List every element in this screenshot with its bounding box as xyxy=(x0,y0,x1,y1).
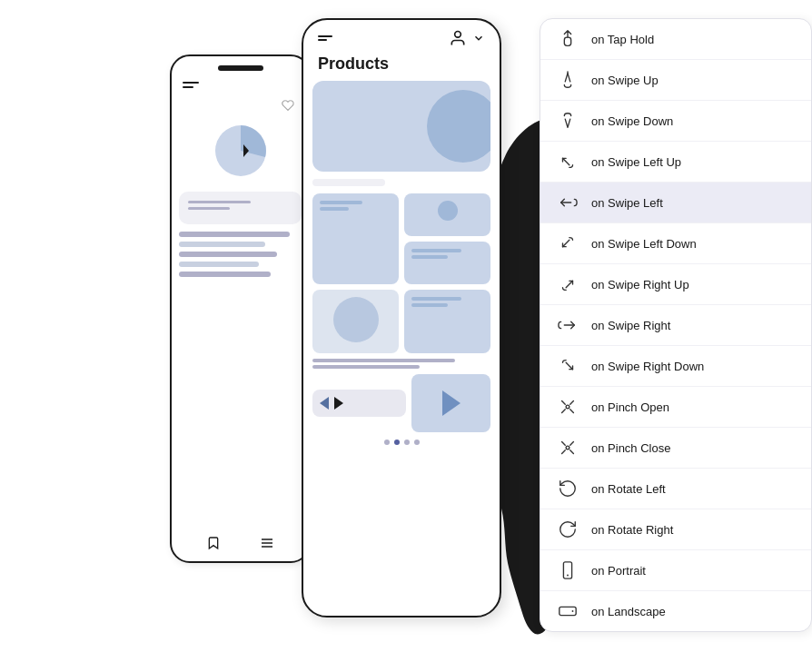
grid-cell-2 xyxy=(404,193,490,236)
grid-col-right xyxy=(404,193,490,284)
pagination-dots xyxy=(303,432,500,452)
pinch-open-icon xyxy=(555,394,580,420)
avatar-icon xyxy=(449,29,467,47)
heart-area xyxy=(179,99,302,115)
gesture-item-swipe-right-up[interactable]: on Swipe Right Up xyxy=(540,264,811,305)
search-bar-placeholder xyxy=(312,179,385,186)
landscape-icon xyxy=(555,598,580,624)
rotate-left-icon xyxy=(555,476,580,501)
svg-point-8 xyxy=(566,405,569,409)
phone-1-header xyxy=(172,78,309,92)
gesture-item-swipe-right-down[interactable]: on Swipe Right Down xyxy=(540,346,811,387)
svg-rect-6 xyxy=(564,37,570,45)
status-hamburger xyxy=(318,35,332,41)
gesture-label-rotate-left: on Rotate Left xyxy=(591,482,666,496)
gesture-item-pinch-open[interactable]: on Pinch Open xyxy=(540,387,811,428)
portrait-icon xyxy=(555,558,580,583)
dot-3 xyxy=(404,440,410,445)
phone-2-title: Products xyxy=(303,51,500,81)
list-items xyxy=(179,232,302,277)
gesture-item-swipe-down[interactable]: on Swipe Down xyxy=(540,101,811,142)
gesture-item-pinch-close[interactable]: on Pinch Close xyxy=(540,428,811,469)
gesture-label-swipe-right: on Swipe Right xyxy=(591,319,670,332)
heart-icon xyxy=(282,99,294,112)
tap-hold-icon xyxy=(555,26,580,52)
gesture-panel: on Tap Holdon Swipe Upon Swipe Downon Sw… xyxy=(540,18,812,632)
phone-1 xyxy=(170,54,311,563)
gesture-item-swipe-left-up[interactable]: on Swipe Left Up xyxy=(540,142,811,183)
gesture-label-swipe-left: on Swipe Left xyxy=(591,196,663,210)
grid-cell-4 xyxy=(312,290,399,353)
swipe-right-icon xyxy=(555,312,580,338)
gesture-label-pinch-open: on Pinch Open xyxy=(591,400,669,414)
phone-1-notch xyxy=(218,65,263,71)
gesture-label-swipe-down: on Swipe Down xyxy=(591,114,673,128)
gesture-label-tap-hold: on Tap Hold xyxy=(591,33,654,46)
main-container: Products xyxy=(0,0,812,662)
pie-chart-area xyxy=(179,119,302,183)
hamburger-icon xyxy=(183,82,298,88)
gesture-item-rotate-right[interactable]: on Rotate Right xyxy=(540,509,811,550)
phone-1-card xyxy=(179,192,302,224)
grid-cell-5 xyxy=(404,290,490,353)
gesture-item-swipe-left-down[interactable]: on Swipe Left Down xyxy=(540,223,811,264)
status-icons xyxy=(449,29,485,47)
swipe-left-down-icon xyxy=(555,231,580,256)
bar-lines xyxy=(188,201,292,210)
phone-2: Products xyxy=(302,18,501,618)
pie-chart xyxy=(209,119,272,183)
swipe-left-icon xyxy=(555,190,580,215)
gesture-label-landscape: on Landscape xyxy=(591,605,666,618)
media-row xyxy=(312,374,490,432)
gesture-item-swipe-right[interactable]: on Swipe Right xyxy=(540,305,811,346)
gesture-label-swipe-right-up: on Swipe Right Up xyxy=(591,278,689,291)
phone-1-bottom-nav xyxy=(172,536,309,550)
gesture-label-swipe-left-up: on Swipe Left Up xyxy=(591,155,681,169)
bookmark-icon xyxy=(206,536,221,550)
gesture-item-swipe-left[interactable]: on Swipe Left xyxy=(540,183,811,223)
svg-rect-12 xyxy=(559,607,576,615)
gesture-item-portrait[interactable]: on Portrait xyxy=(540,550,811,591)
banner-image xyxy=(312,81,490,172)
media-visual xyxy=(411,374,490,432)
swipe-down-icon xyxy=(555,108,580,133)
grid-row-2 xyxy=(312,290,490,353)
phone-2-status-bar xyxy=(303,20,500,51)
pinch-close-icon xyxy=(555,435,580,460)
swipe-left-up-icon xyxy=(555,149,580,174)
bottom-bar-group xyxy=(312,359,490,369)
gesture-label-portrait: on Portrait xyxy=(591,564,646,578)
gesture-item-landscape[interactable]: on Landscape xyxy=(540,591,811,631)
rotate-right-icon xyxy=(555,517,580,542)
phone-1-content xyxy=(172,92,309,289)
grid-cell-3 xyxy=(404,242,490,284)
svg-point-5 xyxy=(455,32,461,38)
dot-2 xyxy=(394,440,400,445)
grid-row-1 xyxy=(312,193,490,284)
svg-point-9 xyxy=(566,446,569,450)
swipe-right-up-icon xyxy=(555,272,580,297)
swipe-up-icon xyxy=(555,67,580,93)
phone-2-content xyxy=(303,81,500,353)
phone-2-bottom xyxy=(303,359,500,432)
dot-1 xyxy=(384,440,390,445)
gesture-label-swipe-up: on Swipe Up xyxy=(591,74,659,87)
gesture-item-tap-hold[interactable]: on Tap Hold xyxy=(540,19,811,60)
grid-cell-1 xyxy=(312,193,399,284)
menu-icon xyxy=(260,536,274,550)
media-controls xyxy=(312,390,406,417)
gesture-label-rotate-right: on Rotate Right xyxy=(591,523,673,537)
dot-4 xyxy=(414,440,420,445)
swipe-right-down-icon xyxy=(555,353,580,379)
chevron-down-icon xyxy=(472,32,485,44)
gesture-item-swipe-up[interactable]: on Swipe Up xyxy=(540,60,811,101)
gesture-label-pinch-close: on Pinch Close xyxy=(591,441,670,455)
gesture-item-rotate-left[interactable]: on Rotate Left xyxy=(540,469,811,509)
svg-rect-10 xyxy=(563,562,571,578)
gesture-label-swipe-left-down: on Swipe Left Down xyxy=(591,237,697,251)
gesture-label-swipe-right-down: on Swipe Right Down xyxy=(591,360,704,373)
